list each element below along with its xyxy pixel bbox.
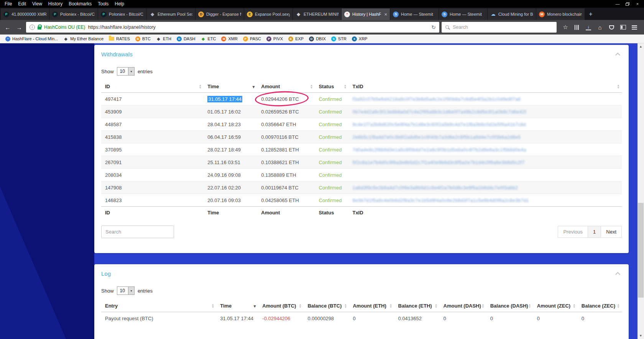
menu-item[interactable]: Tools — [95, 0, 112, 7]
reload-icon[interactable]: ↻ — [431, 24, 436, 30]
bookmark-item[interactable]: P PASC — [241, 36, 263, 42]
column-header[interactable]: Status ▴▾ — [315, 81, 348, 93]
column-header[interactable]: Balance (ETH) ▴▾ — [394, 300, 440, 312]
column-header[interactable]: Balance (ZEC) ▴▾ — [578, 300, 622, 312]
browser-tab[interactable]: M Monero blockchain — [536, 8, 585, 20]
column-header[interactable]: Time ▾ — [216, 300, 258, 312]
table-row[interactable]: 497417 31.05.17 17:44 0.02944206 BTC Con… — [101, 93, 622, 105]
txid-blurred-text: 0b7e4d2a9c5f13e8b6a0d7c4e2f95a8b3c1d6e0f… — [352, 109, 526, 115]
bookmark-item[interactable]: ◆ My Ether Balance — [61, 36, 106, 42]
bookmark-item[interactable]: X XRP — [350, 36, 370, 42]
cell-amount: 0.0356647 ETH — [257, 118, 315, 131]
browser-search-bar[interactable]: Search — [442, 22, 557, 33]
menu-item[interactable]: View — [29, 0, 45, 7]
column-header[interactable]: Balance (DASH) ▴▾ — [486, 300, 533, 312]
column-header[interactable]: Amount (DASH) ▴▾ — [440, 300, 486, 312]
bookmark-label: EXP — [295, 36, 304, 41]
forward-button[interactable]: → — [15, 24, 24, 31]
bookmark-item[interactable]: D DBIX — [307, 36, 328, 42]
column-header[interactable]: Amount (BTC) ▴▾ — [258, 300, 304, 312]
table-row[interactable]: 208034 24.09.16 09:08 0.1358889 ETH Conf… — [101, 169, 622, 181]
browser-tab[interactable]: E Expanse Pool.sexy — [244, 8, 293, 20]
browser-tab[interactable]: ◆ Ethereum Pool Sex — [147, 8, 196, 20]
home-icon[interactable]: ⌂ — [596, 24, 603, 31]
pagination-page-1[interactable]: 1 — [588, 226, 601, 238]
menu-item[interactable]: Help — [112, 0, 127, 7]
browser-tab[interactable]: ◆ ETHEREUM MINING — [293, 8, 342, 20]
info-icon[interactable]: i — [30, 25, 35, 30]
column-header[interactable]: ID ▴▾ — [101, 81, 204, 93]
menu-item[interactable]: Bookmarks — [66, 0, 95, 7]
column-header[interactable]: Amount (ETH) ▴▾ — [349, 300, 394, 312]
collapse-chevron-icon[interactable] — [615, 53, 620, 58]
pagination-next[interactable]: Next — [601, 226, 622, 238]
column-header[interactable]: Amount ▴▾ — [257, 81, 315, 93]
bookmark-item[interactable]: ◆ ETC — [198, 36, 218, 42]
bookmark-item[interactable]: S STR — [329, 36, 349, 42]
tab-close-icon[interactable]: × — [384, 12, 387, 17]
column-header[interactable]: Balance (BTC) ▴▾ — [304, 300, 349, 312]
withdrawal-id: 147908 — [105, 185, 122, 191]
menu-item[interactable]: File — [2, 0, 15, 7]
bookmark-item[interactable]: M XMR — [219, 36, 240, 42]
collapse-chevron-icon[interactable] — [615, 272, 620, 277]
table-row[interactable]: 415838 06.04.17 16:59 0.00970116 BTC Con… — [101, 131, 622, 143]
close-button[interactable]: × — [634, 1, 641, 7]
dropdown-arrow-icon: ▼ — [128, 287, 134, 295]
column-header[interactable]: Amount (ZEC) ▴▾ — [533, 300, 578, 312]
minimize-button[interactable]: — — [614, 1, 621, 7]
table-row[interactable]: 453909 01.05.17 16:02 0.02659526 BTC Con… — [101, 105, 622, 118]
menu-item[interactable]: History — [45, 0, 66, 7]
browser-tab[interactable]: P 41.80000000 XMR/ — [1, 8, 49, 20]
sidebar-icon[interactable] — [619, 24, 626, 31]
browser-tab[interactable]: P Poloniex - Bitcoi/C — [49, 8, 98, 20]
restore-button[interactable] — [624, 1, 631, 7]
bookmark-item[interactable]: B BTC — [133, 36, 153, 42]
back-button[interactable]: ← — [3, 24, 12, 31]
bookmark-item[interactable]: P PIVX — [264, 36, 285, 42]
cell-txid: 5f2c8a1e7b4d0c9f6a3e8b5d2c7f1a40e9b6d3c8… — [348, 156, 622, 169]
pocket-icon[interactable] — [608, 24, 615, 31]
downloads-icon[interactable]: ↓ — [585, 24, 592, 31]
page-size-select[interactable]: 10 ▼ — [117, 67, 135, 76]
vertical-scrollbar[interactable]: ▲ ▼ — [637, 43, 644, 339]
cell-id: 146823 — [101, 194, 204, 207]
browser-tab[interactable]: S Home — Steemit — [390, 8, 439, 20]
bookmark-star-icon[interactable]: ☆ — [562, 24, 569, 31]
menu-item[interactable]: Edit — [15, 0, 29, 7]
page-size-select[interactable]: 10 ▼ — [117, 286, 135, 295]
table-row[interactable]: 147908 22.07.16 02:20 0.00119674 BTC Con… — [101, 181, 622, 194]
column-header[interactable]: Time ▾ — [204, 81, 257, 93]
table-row[interactable]: 267091 25.11.16 03:51 0.10388621 ETH Con… — [101, 156, 622, 169]
table-row[interactable]: 146823 20.07.16 09:03 0.04258065 ETH Con… — [101, 194, 622, 207]
column-header[interactable]: TxID ▴▾ — [348, 81, 622, 93]
url-bar[interactable]: i HashCoins OU (EE) https://hashflare.io… — [26, 22, 439, 33]
withdrawal-id: 415838 — [105, 134, 122, 140]
bookmark-item[interactable]: E EXP — [286, 36, 306, 42]
browser-tab[interactable]: D Digger - Expanse M — [196, 8, 244, 20]
site-identity-label[interactable]: HashCoins OU (EE) — [44, 25, 85, 30]
table-search-input[interactable] — [101, 225, 174, 238]
table-row[interactable]: 448587 28.04.17 18:23 0.0356647 ETH Conf… — [101, 118, 622, 131]
table-row[interactable]: 370895 28.02.17 18:49 0.12852881 ETH Con… — [101, 143, 622, 156]
scrollbar-thumb[interactable] — [638, 203, 644, 298]
hamburger-menu-icon[interactable] — [631, 24, 638, 31]
scroll-down-arrow-icon[interactable]: ▼ — [637, 332, 644, 339]
tab-favicon-icon: S — [393, 12, 399, 17]
status-badge: Confirmed — [319, 160, 342, 165]
browser-tab[interactable]: * History | HashFl × — [342, 8, 390, 20]
bookmark-item[interactable]: ◆ ETH — [154, 36, 174, 42]
bookmark-item[interactable]: RATES — [107, 36, 132, 42]
browser-tab[interactable]: ☁ Cloud Mining for Bit — [488, 8, 536, 20]
browser-tab[interactable]: P Poloniex - Bitcoi/C — [98, 8, 147, 20]
table-row[interactable]: Payout request (BTC)31.05.17 17:44-0.029… — [101, 312, 622, 325]
browser-tab[interactable]: S Home — Steemit — [439, 8, 488, 20]
library-icon[interactable] — [573, 24, 580, 31]
pagination-previous[interactable]: Previous — [558, 226, 588, 238]
url-text[interactable]: https://hashflare.io/panel/history — [88, 25, 429, 30]
column-header[interactable]: Entry ▴▾ — [101, 300, 216, 312]
new-tab-button[interactable]: + — [585, 8, 596, 20]
scroll-up-arrow-icon[interactable]: ▲ — [637, 43, 644, 50]
bookmark-item[interactable]: D DASH — [174, 36, 198, 42]
bookmark-item[interactable]: * HashFlare - Cloud Min... — [3, 36, 60, 42]
